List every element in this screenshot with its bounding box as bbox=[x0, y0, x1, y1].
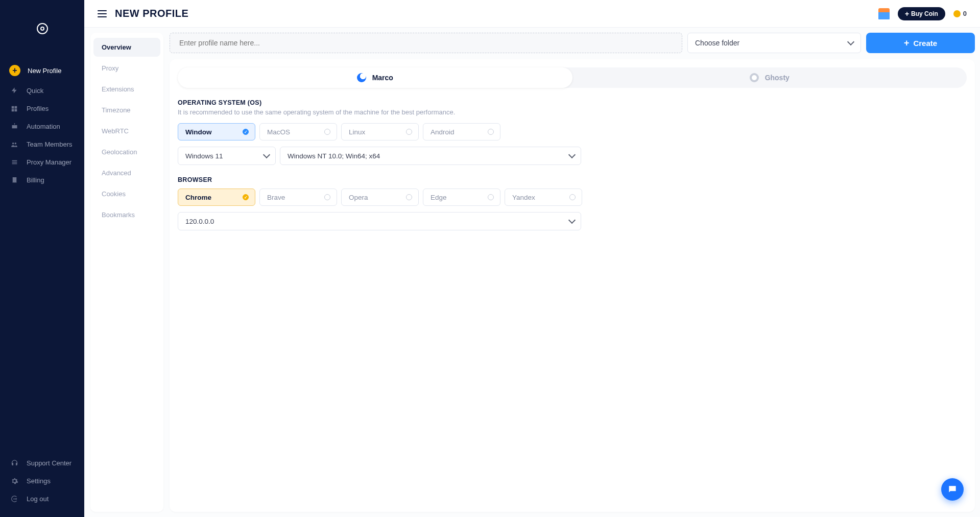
create-button[interactable]: + Create bbox=[866, 33, 975, 53]
grid-icon bbox=[9, 105, 19, 112]
chevron-down-icon bbox=[263, 151, 270, 158]
nav-label: Automation bbox=[27, 123, 60, 130]
radio-selected-icon bbox=[243, 129, 249, 135]
profile-subnav: Overview Proxy Extensions Timezone WebRT… bbox=[90, 33, 163, 512]
nav-profiles[interactable]: Profiles bbox=[0, 100, 84, 118]
nav-new-profile[interactable]: + New Profile bbox=[0, 60, 84, 81]
nav-proxy-manager[interactable]: Proxy Manager bbox=[0, 153, 84, 171]
os-section-hint: It is recommended to use the same operat… bbox=[178, 108, 967, 116]
folder-select-label: Choose folder bbox=[695, 39, 739, 47]
browser-version-select[interactable]: 120.0.0.0 bbox=[178, 212, 581, 230]
chevron-down-icon bbox=[568, 217, 576, 224]
radio-icon bbox=[488, 129, 494, 135]
list-icon bbox=[9, 159, 19, 166]
headset-icon bbox=[9, 459, 19, 467]
os-option-android[interactable]: Android bbox=[423, 123, 500, 140]
os-options: Window MacOS Linux Android bbox=[178, 123, 967, 140]
nav-label: Log out bbox=[27, 495, 49, 503]
create-button-label: Create bbox=[913, 39, 937, 48]
chevron-down-icon bbox=[847, 38, 854, 45]
logout-icon bbox=[9, 495, 19, 503]
menu-toggle[interactable] bbox=[98, 10, 107, 17]
coin-icon bbox=[953, 10, 961, 17]
subnav-timezone[interactable]: Timezone bbox=[93, 101, 160, 120]
core-tabs: Marco Ghosty bbox=[178, 67, 967, 88]
browser-version-value: 120.0.0.0 bbox=[185, 218, 214, 225]
os-option-macos[interactable]: MacOS bbox=[259, 123, 337, 140]
marco-icon bbox=[357, 73, 366, 82]
subnav-overview[interactable]: Overview bbox=[93, 38, 160, 57]
subnav-extensions[interactable]: Extensions bbox=[93, 80, 160, 99]
os-section-title: OPERATING SYSTEM (OS) bbox=[178, 99, 967, 106]
ghosty-icon bbox=[750, 73, 759, 82]
radio-icon bbox=[324, 194, 330, 200]
nav-support[interactable]: Support Center bbox=[0, 454, 84, 472]
nav-label: Support Center bbox=[27, 459, 71, 467]
user-agent-value: Windows NT 10.0; Win64; x64 bbox=[288, 152, 380, 160]
nav-quick[interactable]: Quick bbox=[0, 81, 84, 100]
core-tab-marco[interactable]: Marco bbox=[178, 67, 572, 88]
gear-icon bbox=[9, 477, 19, 485]
chat-fab[interactable] bbox=[941, 478, 964, 501]
nav-label: Billing bbox=[27, 176, 44, 184]
core-tab-label: Ghosty bbox=[765, 74, 790, 82]
topbar: NEW PROFILE + Buy Coin 0 bbox=[84, 0, 980, 28]
radio-icon bbox=[406, 129, 412, 135]
os-option-window[interactable]: Window bbox=[178, 123, 255, 140]
os-version-value: Windows 11 bbox=[185, 152, 223, 160]
sidebar: + New Profile Quick Profiles Automation … bbox=[0, 0, 84, 517]
nav-automation[interactable]: Automation bbox=[0, 118, 84, 135]
subnav-cookies[interactable]: Cookies bbox=[93, 184, 160, 203]
nav-label: Profiles bbox=[27, 105, 49, 112]
avatar[interactable] bbox=[37, 23, 48, 34]
subnav-geolocation[interactable]: Geolocation bbox=[93, 143, 160, 161]
radio-icon bbox=[488, 194, 494, 200]
browser-section-title: BROWSER bbox=[178, 176, 967, 183]
coin-count: 0 bbox=[963, 10, 967, 17]
browser-option-edge[interactable]: Edge bbox=[423, 189, 500, 206]
nav-label: New Profile bbox=[28, 67, 61, 75]
browser-options: Chrome Brave Opera Edge Yandex bbox=[178, 189, 967, 206]
robot-icon bbox=[9, 123, 19, 130]
folder-select[interactable]: Choose folder bbox=[687, 33, 861, 53]
subnav-advanced[interactable]: Advanced bbox=[93, 163, 160, 182]
page-title: NEW PROFILE bbox=[115, 8, 188, 19]
browser-option-yandex[interactable]: Yandex bbox=[505, 189, 582, 206]
radio-icon bbox=[569, 194, 576, 200]
radio-icon bbox=[324, 129, 330, 135]
overview-panel: Marco Ghosty OPERATING SYSTEM (OS) It is… bbox=[170, 59, 975, 512]
nav-label: Team Members bbox=[27, 140, 73, 148]
shop-icon[interactable] bbox=[878, 8, 890, 19]
people-icon bbox=[9, 141, 19, 148]
radio-selected-icon bbox=[243, 194, 249, 200]
nav-label: Proxy Manager bbox=[27, 158, 71, 166]
nav-label: Settings bbox=[27, 477, 51, 485]
os-option-linux[interactable]: Linux bbox=[341, 123, 419, 140]
core-tab-label: Marco bbox=[372, 74, 393, 82]
bolt-icon bbox=[9, 86, 19, 95]
radio-icon bbox=[406, 194, 412, 200]
user-agent-select[interactable]: Windows NT 10.0; Win64; x64 bbox=[280, 147, 581, 165]
os-version-select[interactable]: Windows 11 bbox=[178, 147, 276, 165]
nav-logout[interactable]: Log out bbox=[0, 490, 84, 508]
chevron-down-icon bbox=[568, 151, 576, 158]
nav-label: Quick bbox=[27, 87, 43, 95]
buy-coin-label: Buy Coin bbox=[911, 10, 938, 17]
subnav-bookmarks[interactable]: Bookmarks bbox=[93, 205, 160, 224]
profile-name-input[interactable] bbox=[170, 33, 682, 53]
browser-option-chrome[interactable]: Chrome bbox=[178, 189, 255, 206]
core-tab-ghosty[interactable]: Ghosty bbox=[572, 67, 967, 88]
nav-team-members[interactable]: Team Members bbox=[0, 135, 84, 153]
subnav-webrtc[interactable]: WebRTC bbox=[93, 122, 160, 140]
subnav-proxy[interactable]: Proxy bbox=[93, 59, 160, 78]
receipt-icon bbox=[9, 176, 19, 184]
plus-circle-icon: + bbox=[9, 65, 20, 76]
nav-settings[interactable]: Settings bbox=[0, 472, 84, 490]
browser-option-brave[interactable]: Brave bbox=[259, 189, 337, 206]
nav-billing[interactable]: Billing bbox=[0, 171, 84, 189]
buy-coin-button[interactable]: + Buy Coin bbox=[898, 7, 945, 20]
browser-option-opera[interactable]: Opera bbox=[341, 189, 419, 206]
